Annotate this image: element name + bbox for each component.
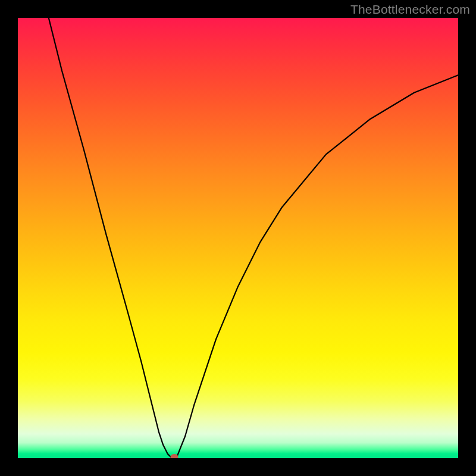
plot-area xyxy=(18,18,458,458)
optimal-point-marker xyxy=(170,454,178,458)
bottleneck-curve xyxy=(18,18,458,458)
chart-frame: TheBottlenecker.com xyxy=(0,0,476,476)
curve-path xyxy=(49,18,458,458)
watermark-text: TheBottlenecker.com xyxy=(350,2,470,17)
